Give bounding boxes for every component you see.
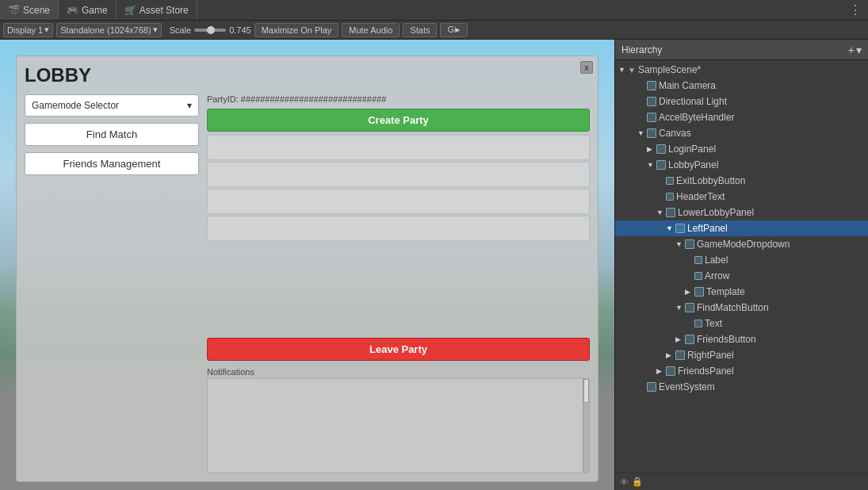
tree-item-canvas[interactable]: ▼Canvas: [615, 125, 868, 141]
cube-icon: [685, 303, 694, 312]
party-slot-4: [207, 216, 590, 241]
scale-group: Scale 0.745: [170, 25, 251, 35]
scrollbar-thumb[interactable]: [583, 379, 589, 403]
tree-item-exit-lobby-button[interactable]: ExitLobbyButton: [615, 173, 868, 189]
display-label: Display 1: [7, 25, 43, 35]
cube-small-icon: [694, 320, 702, 327]
notifications-scrollbar[interactable]: [583, 379, 589, 473]
hierarchy-title: Hierarchy: [621, 44, 662, 56]
find-match-button[interactable]: Find Match: [25, 123, 199, 146]
tree-item-left-panel[interactable]: ▼LeftPanel: [615, 220, 868, 236]
tree-item-find-match-button[interactable]: ▼FindMatchButton: [615, 300, 868, 316]
notifications-section: Notifications: [207, 367, 590, 473]
tree-expand-arrow[interactable]: ▼: [666, 224, 675, 232]
tree-expand-arrow[interactable]: ▼: [618, 66, 628, 74]
tree-item-sample-scene[interactable]: ▼▼SampleScene*: [615, 62, 868, 78]
create-party-button[interactable]: Create Party: [207, 109, 590, 132]
party-slot-1: [207, 135, 590, 160]
cube-icon: [647, 113, 656, 122]
tree-item-label: Canvas: [659, 128, 691, 139]
scene-menu[interactable]: 🎬 Scene: [0, 0, 59, 20]
scale-label: Scale: [170, 25, 192, 35]
tree-item-label: ExitLobbyButton: [676, 175, 745, 186]
scene-icon: 🎬: [8, 5, 20, 16]
friends-management-button[interactable]: Friends Management: [25, 152, 199, 175]
tree-item-label: RightPanel: [687, 350, 734, 361]
asset-store-icon: 🛒: [124, 5, 136, 16]
notifications-label: Notifications: [207, 367, 590, 377]
tree-expand-arrow[interactable]: ▶: [666, 351, 675, 359]
tree-item-label: Arrow: [705, 270, 729, 281]
tree-expand-arrow[interactable]: ▼: [637, 129, 647, 137]
display-selector[interactable]: Display 1 ▾: [3, 23, 53, 37]
tree-item-event-system[interactable]: EventSystem: [615, 379, 868, 395]
stats-button[interactable]: Stats: [403, 23, 437, 37]
tree-expand-arrow[interactable]: ▶: [675, 335, 685, 343]
tree-item-label: LoginPanel: [668, 144, 716, 155]
tree-expand-arrow[interactable]: ▶: [647, 145, 656, 153]
leave-party-button[interactable]: Leave Party: [207, 338, 590, 361]
maximize-on-play-button[interactable]: Maximize On Play: [254, 23, 339, 37]
lobby-right-panel: PartyID: ############################## …: [207, 94, 590, 473]
visibility-icon[interactable]: 👁: [620, 477, 629, 487]
cube-icon: [656, 160, 666, 170]
cube-icon: [694, 287, 704, 297]
add-object-button[interactable]: + ▾: [848, 44, 862, 56]
tree-expand-arrow[interactable]: ▼: [675, 304, 685, 312]
scale-slider[interactable]: [194, 29, 226, 32]
game-menu[interactable]: 🎮 Game: [59, 0, 117, 20]
tree-item-template[interactable]: ▶Template: [615, 284, 868, 300]
lobby-body: Gamemode Selector ▾ Find Match Friends M…: [25, 94, 590, 473]
main-content: x LOBBY Gamemode Selector ▾ Find Match F…: [0, 40, 868, 490]
more-options-button[interactable]: ⋮: [843, 2, 868, 17]
mute-audio-button[interactable]: Mute Audio: [342, 23, 400, 37]
top-bar: 🎬 Scene 🎮 Game 🛒 Asset Store ⋮: [0, 0, 868, 21]
lobby-title: LOBBY: [25, 64, 590, 86]
add-label: +: [848, 44, 855, 56]
scale-value: 0.745: [229, 25, 251, 35]
tree-item-label: Text: [705, 318, 722, 329]
lock-icon[interactable]: 🔒: [632, 477, 643, 487]
display-arrow-icon: ▾: [44, 25, 49, 35]
party-id-label: PartyID: ##############################: [207, 94, 590, 104]
tree-item-label: FriendsPanel: [678, 366, 734, 377]
hierarchy-header: Hierarchy + ▾: [615, 40, 868, 60]
resolution-selector[interactable]: Standalone (1024x768) ▾: [56, 23, 161, 37]
resolution-label: Standalone (1024x768): [60, 25, 151, 35]
tree-item-header-text[interactable]: HeaderText: [615, 189, 868, 205]
cube-icon: [647, 382, 656, 392]
tree-item-label[interactable]: Label: [615, 252, 868, 268]
tree-item-directional-light[interactable]: Directional Light: [615, 94, 868, 109]
lobby-panel: x LOBBY Gamemode Selector ▾ Find Match F…: [16, 56, 598, 482]
tree-item-lobby-panel[interactable]: ▼LobbyPanel: [615, 157, 868, 173]
tree-item-gamemode-dropdown[interactable]: ▼GameModeDropdown: [615, 236, 868, 252]
close-button[interactable]: x: [580, 61, 593, 74]
scene-node-icon: ▼: [628, 66, 636, 75]
cube-icon: [666, 366, 675, 376]
tree-expand-arrow[interactable]: ▶: [685, 288, 694, 296]
asset-store-menu[interactable]: 🛒 Asset Store: [117, 0, 197, 20]
scene-label: Scene: [23, 5, 50, 16]
tree-item-label: EventSystem: [659, 381, 715, 392]
tree-item-right-panel[interactable]: ▶RightPanel: [615, 347, 868, 363]
tree-item-friends-button[interactable]: ▶FriendsButton: [615, 331, 868, 347]
cube-icon: [666, 208, 675, 217]
tree-item-lower-lobby-panel[interactable]: ▼LowerLobbyPanel: [615, 205, 868, 220]
tree-item-accelbyte-handler[interactable]: AccelByteHandler: [615, 109, 868, 125]
tree-item-label: Directional Light: [659, 96, 727, 107]
tree-item-main-camera[interactable]: Main Camera: [615, 78, 868, 94]
gamemode-dropdown[interactable]: Gamemode Selector ▾: [25, 94, 199, 117]
tree-item-label: Template: [706, 286, 745, 297]
tree-item-arrow[interactable]: Arrow: [615, 268, 868, 284]
tree-item-friends-panel[interactable]: ▶FriendsPanel: [615, 363, 868, 379]
tree-item-label: HeaderText: [676, 191, 725, 202]
tree-expand-arrow[interactable]: ▼: [656, 209, 666, 216]
tree-expand-arrow[interactable]: ▼: [675, 240, 685, 248]
gi-button[interactable]: Gi▸: [440, 23, 468, 37]
tree-item-text[interactable]: Text: [615, 316, 868, 331]
tree-item-label: SampleScene*: [638, 64, 701, 75]
cube-small-icon: [694, 256, 702, 264]
tree-item-login-panel[interactable]: ▶LoginPanel: [615, 141, 868, 157]
tree-expand-arrow[interactable]: ▼: [647, 161, 656, 169]
tree-expand-arrow[interactable]: ▶: [656, 367, 666, 375]
